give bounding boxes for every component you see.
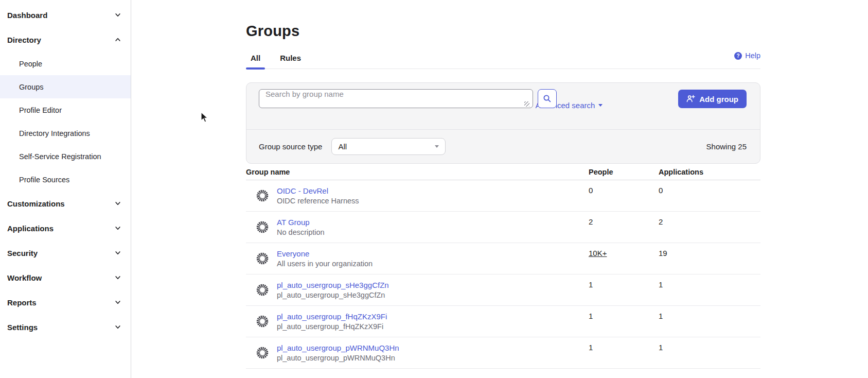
people-count: 0 bbox=[589, 186, 593, 195]
group-name-link[interactable]: pl_auto_usergroup_fHqZKzX9Fi bbox=[277, 312, 387, 321]
search-button[interactable] bbox=[538, 89, 557, 108]
group-name-stack: pl_auto_usergroup_sHe3ggCfZn pl_auto_use… bbox=[277, 281, 389, 299]
showing-count: Showing 25 bbox=[706, 142, 747, 151]
sidebar: Dashboard Directory People Groups Profil… bbox=[0, 0, 131, 378]
people-count-cell: 1 bbox=[589, 337, 659, 368]
group-name-stack: pl_auto_usergroup_pWRNMuQ3Hn pl_auto_use… bbox=[277, 343, 399, 362]
people-count: 1 bbox=[589, 343, 593, 352]
tab-rules[interactable]: Rules bbox=[275, 54, 306, 68]
add-group-button[interactable]: Add group bbox=[678, 90, 747, 108]
group-name-stack: OIDC - DevRel OIDC reference Harness bbox=[277, 186, 359, 205]
group-name-link[interactable]: AT Group bbox=[277, 218, 325, 227]
people-count-cell: 1 bbox=[589, 274, 659, 305]
applications-count-cell: 1 bbox=[659, 306, 760, 337]
chevron-down-icon bbox=[114, 200, 121, 207]
people-count-cell: 1 bbox=[589, 306, 659, 337]
group-sunburst-icon bbox=[256, 252, 269, 265]
help-label: Help bbox=[745, 51, 760, 60]
table-row: pl_auto_usergroup_fHqZKzX9Fi pl_auto_use… bbox=[246, 306, 760, 337]
tab-all[interactable]: All bbox=[246, 54, 265, 68]
sidebar-item-customizations[interactable]: Customizations bbox=[0, 191, 131, 216]
sidebar-item-label: Reports bbox=[7, 298, 114, 307]
group-name-cell: OIDC - DevRel OIDC reference Harness bbox=[246, 180, 589, 211]
applications-count: 1 bbox=[659, 312, 663, 320]
group-name-link[interactable]: Everyone bbox=[277, 249, 373, 258]
people-count: 2 bbox=[589, 217, 593, 226]
sidebar-item-label: Directory bbox=[7, 36, 114, 44]
sidebar-item-label: Profile Editor bbox=[19, 106, 121, 114]
applications-count: 19 bbox=[659, 249, 667, 257]
chevron-down-icon bbox=[114, 249, 121, 256]
groups-table: Group name People Applications OIDC - De… bbox=[246, 164, 760, 369]
column-header-group-name: Group name bbox=[246, 168, 589, 176]
help-icon: ? bbox=[734, 52, 742, 60]
add-group-label: Add group bbox=[699, 95, 738, 104]
table-header: Group name People Applications bbox=[246, 164, 760, 180]
filter-bar: Group source type All Showing 25 bbox=[246, 129, 760, 163]
column-header-applications: Applications bbox=[659, 168, 760, 176]
sidebar-item-label: Customizations bbox=[7, 199, 114, 208]
main-area: Groups ? Help All Rules Advanced bbox=[132, 0, 868, 378]
group-sunburst-icon bbox=[256, 220, 269, 234]
group-name-stack: pl_auto_usergroup_fHqZKzX9Fi pl_auto_use… bbox=[277, 312, 387, 331]
sidebar-item-label: People bbox=[19, 60, 121, 68]
sidebar-item-dashboard[interactable]: Dashboard bbox=[0, 3, 131, 27]
sidebar-item-reports[interactable]: Reports bbox=[0, 290, 131, 315]
people-count[interactable]: 10K+ bbox=[589, 249, 607, 257]
tab-bar: All Rules bbox=[246, 54, 760, 69]
table-row: pl_auto_usergroup_pWRNMuQ3Hn pl_auto_use… bbox=[246, 337, 760, 369]
search-icon bbox=[543, 94, 552, 103]
chevron-down-icon bbox=[114, 299, 121, 306]
group-sunburst-icon bbox=[256, 346, 269, 359]
group-source-type-select[interactable]: All bbox=[331, 138, 446, 155]
people-count-cell: 0 bbox=[589, 180, 659, 211]
sidebar-item-label: Settings bbox=[7, 323, 114, 332]
group-name-link[interactable]: pl_auto_usergroup_sHe3ggCfZn bbox=[277, 281, 389, 289]
caret-down-icon bbox=[598, 104, 603, 107]
table-row: OIDC - DevRel OIDC reference Harness 0 0 bbox=[246, 180, 760, 212]
group-description: pl_auto_usergroup_fHqZKzX9Fi bbox=[277, 322, 387, 331]
sidebar-item-label: Directory Integrations bbox=[19, 129, 121, 138]
applications-count-cell: 19 bbox=[659, 243, 760, 274]
applications-count-cell: 2 bbox=[659, 212, 760, 243]
sidebar-item-directory[interactable]: Directory bbox=[0, 27, 131, 52]
search-input[interactable] bbox=[259, 89, 533, 108]
caret-down-icon bbox=[435, 145, 439, 148]
applications-count-cell: 1 bbox=[659, 337, 760, 368]
sidebar-item-label: Applications bbox=[7, 224, 114, 233]
sidebar-item-directory-integrations[interactable]: Directory Integrations bbox=[0, 122, 131, 145]
sidebar-item-workflow[interactable]: Workflow bbox=[0, 265, 131, 290]
sidebar-item-groups[interactable]: Groups bbox=[0, 75, 131, 98]
people-count-cell: 2 bbox=[589, 212, 659, 243]
sidebar-item-label: Workflow bbox=[7, 273, 114, 282]
chevron-down-icon bbox=[114, 225, 121, 232]
chevron-down-icon bbox=[114, 323, 121, 331]
group-description: OIDC reference Harness bbox=[277, 197, 359, 205]
applications-count: 0 bbox=[659, 186, 663, 195]
sidebar-item-profile-sources[interactable]: Profile Sources bbox=[0, 168, 131, 191]
sidebar-item-label: Self-Service Registration bbox=[19, 152, 121, 161]
sidebar-item-profile-editor[interactable]: Profile Editor bbox=[0, 98, 131, 122]
sidebar-item-label: Dashboard bbox=[7, 11, 114, 20]
group-name-cell: pl_auto_usergroup_sHe3ggCfZn pl_auto_use… bbox=[246, 274, 589, 305]
sidebar-item-applications[interactable]: Applications bbox=[0, 216, 131, 240]
search-section: Advanced search Add group bbox=[246, 83, 760, 129]
sidebar-item-security[interactable]: Security bbox=[0, 240, 131, 265]
applications-count: 1 bbox=[659, 343, 663, 352]
applications-count-cell: 1 bbox=[659, 274, 760, 305]
group-description: pl_auto_usergroup_sHe3ggCfZn bbox=[277, 291, 389, 299]
chevron-down-icon bbox=[114, 274, 121, 281]
resize-handle-icon[interactable] bbox=[524, 101, 529, 107]
applications-count-cell: 0 bbox=[659, 180, 760, 211]
help-link[interactable]: ? Help bbox=[734, 51, 760, 60]
table-row: Everyone All users in your organization … bbox=[246, 243, 760, 274]
group-name-link[interactable]: OIDC - DevRel bbox=[277, 186, 359, 195]
sidebar-item-self-service-registration[interactable]: Self-Service Registration bbox=[0, 145, 131, 168]
add-person-icon bbox=[686, 95, 695, 103]
sidebar-item-label: Groups bbox=[19, 83, 121, 91]
group-sunburst-icon bbox=[256, 189, 269, 202]
group-description: No description bbox=[277, 228, 325, 236]
group-name-link[interactable]: pl_auto_usergroup_pWRNMuQ3Hn bbox=[277, 343, 399, 352]
sidebar-item-people[interactable]: People bbox=[0, 52, 131, 75]
sidebar-item-settings[interactable]: Settings bbox=[0, 315, 131, 339]
